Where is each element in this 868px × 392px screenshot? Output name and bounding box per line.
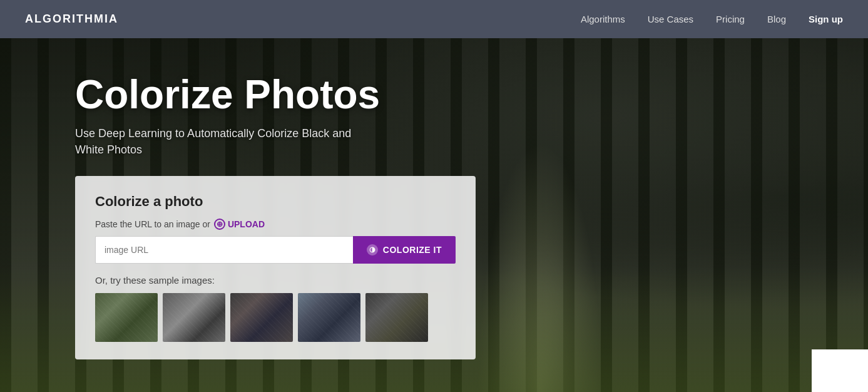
nav-use-cases[interactable]: Use Cases <box>648 14 693 24</box>
colorize-card: Colorize a photo Paste the URL to an ima… <box>75 176 476 359</box>
white-box-decoration <box>812 349 868 392</box>
image-url-input[interactable] <box>95 236 353 264</box>
sample-images-row <box>95 293 456 342</box>
colorize-button[interactable]: ◑ COLORIZE IT <box>353 236 456 264</box>
input-row: ◑ COLORIZE IT <box>95 236 456 264</box>
colorize-button-label: COLORIZE IT <box>383 245 442 255</box>
hero-content: Colorize Photos Use Deep Learning to Aut… <box>0 38 868 392</box>
nav-signup[interactable]: Sign up <box>809 14 843 24</box>
upload-link-label: UPLOAD <box>228 219 265 229</box>
hero-subtitle: Use Deep Learning to Automatically Color… <box>75 125 375 158</box>
hero-title: Colorize Photos <box>75 73 463 116</box>
upload-link[interactable]: ⊕ UPLOAD <box>214 219 265 230</box>
upload-label-row: Paste the URL to an image or ⊕ UPLOAD <box>95 219 456 230</box>
samples-label: Or, try these sample images: <box>95 275 456 286</box>
colorize-icon: ◑ <box>367 244 378 255</box>
hero-section: Colorize Photos Use Deep Learning to Aut… <box>0 0 868 392</box>
sample-image-5[interactable] <box>365 293 428 342</box>
sample-image-4[interactable] <box>298 293 360 342</box>
upload-icon: ⊕ <box>214 219 225 230</box>
sample-image-1[interactable] <box>95 293 158 342</box>
nav-pricing[interactable]: Pricing <box>716 14 745 24</box>
navbar: ALGORITHMIA Algorithms Use Cases Pricing… <box>0 0 868 38</box>
nav-algorithms[interactable]: Algorithms <box>581 14 625 24</box>
sample-image-3[interactable] <box>230 293 293 342</box>
card-title: Colorize a photo <box>95 193 456 210</box>
nav-blog[interactable]: Blog <box>767 14 786 24</box>
nav-links: Algorithms Use Cases Pricing Blog Sign u… <box>581 14 843 24</box>
upload-text: Paste the URL to an image or <box>95 219 210 229</box>
logo[interactable]: ALGORITHMIA <box>25 13 581 26</box>
sample-image-2[interactable] <box>163 293 225 342</box>
